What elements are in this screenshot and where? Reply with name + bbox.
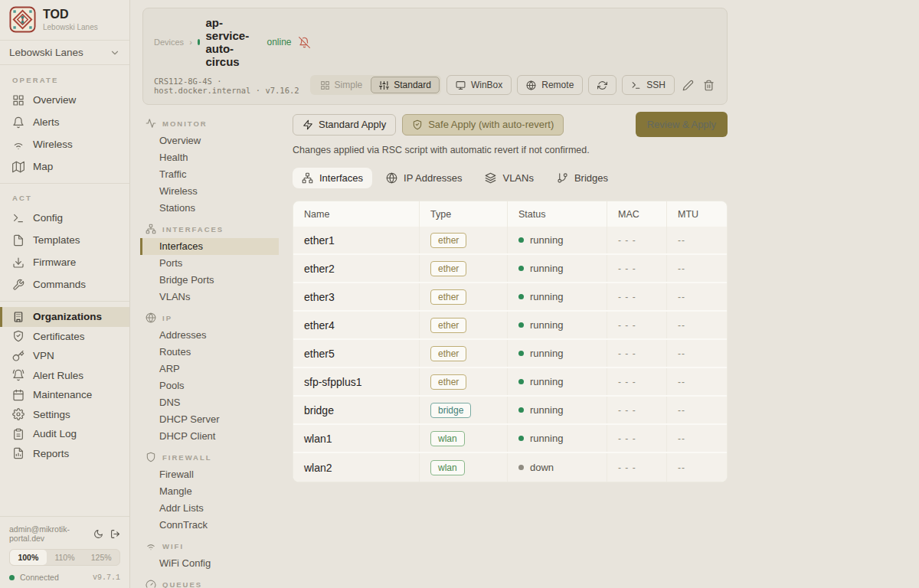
brand-logo-icon bbox=[9, 6, 36, 33]
refresh-button[interactable] bbox=[588, 75, 616, 95]
ui-zoom-control: 100% 110% 125% bbox=[9, 549, 120, 566]
subnav-item-dhcp-client[interactable]: DHCP Client bbox=[140, 428, 279, 445]
sidebar-item-commands[interactable]: Commands bbox=[0, 273, 129, 296]
tab-ip-addresses[interactable]: IP Addresses bbox=[377, 168, 471, 188]
zoom-125-button[interactable]: 125% bbox=[83, 550, 119, 565]
shield-check-icon bbox=[412, 119, 423, 130]
status-dot bbox=[518, 465, 524, 470]
apply-toolbar: Standard Apply Safe Apply (with auto-rev… bbox=[293, 112, 728, 137]
table-row-ether5[interactable]: ether5 ether running - - - -- bbox=[293, 340, 727, 368]
table-row-sfp-sfpplus1[interactable]: sfp-sfpplus1 ether running - - - -- bbox=[293, 368, 727, 397]
subnav-item-wireless[interactable]: Wireless bbox=[140, 183, 279, 200]
table-row-bridge[interactable]: bridge bridge running - - - -- bbox=[293, 397, 727, 425]
logout-icon[interactable] bbox=[110, 529, 120, 539]
subnav-item-addr-lists[interactable]: Addr Lists bbox=[140, 500, 279, 517]
sidebar-item-alerts[interactable]: Alerts bbox=[0, 111, 129, 133]
sidebar-item-firmware[interactable]: Firmware bbox=[0, 251, 129, 273]
nav-section-act: ACT bbox=[0, 189, 129, 207]
view-mode-standard[interactable]: Standard bbox=[371, 77, 440, 93]
network-icon bbox=[146, 224, 156, 234]
remote-button[interactable]: Remote bbox=[517, 75, 583, 95]
sidebar-item-config[interactable]: Config bbox=[0, 207, 129, 229]
device-subnav: MONITOR Overview Health Traffic Wireless… bbox=[130, 105, 293, 588]
terminal-icon bbox=[12, 212, 25, 224]
subnav-item-pools[interactable]: Pools bbox=[140, 377, 279, 394]
shield-icon bbox=[146, 452, 156, 462]
report-icon bbox=[12, 447, 25, 459]
subnav-section-queues: QUEUES bbox=[146, 579, 293, 588]
zoom-100-button[interactable]: 100% bbox=[10, 550, 47, 565]
status-dot bbox=[518, 237, 524, 243]
subnav-section-wifi: WIFI bbox=[146, 541, 293, 551]
table-row-ether2[interactable]: ether2 ether running - - - -- bbox=[293, 255, 727, 283]
device-header-card: Devices › ap-service-auto-circus online … bbox=[142, 8, 728, 105]
divider bbox=[0, 183, 129, 184]
sidebar-item-templates[interactable]: Templates bbox=[0, 229, 129, 251]
tab-vlans[interactable]: VLANs bbox=[476, 168, 542, 188]
zap-icon bbox=[303, 119, 313, 130]
safe-apply-button[interactable]: Safe Apply (with auto-revert) bbox=[402, 114, 564, 136]
standard-apply-button[interactable]: Standard Apply bbox=[293, 114, 396, 136]
subnav-item-arp[interactable]: ARP bbox=[140, 361, 279, 377]
zoom-110-button[interactable]: 110% bbox=[47, 550, 83, 565]
sidebar-item-reports[interactable]: Reports bbox=[0, 444, 129, 464]
wifi-icon bbox=[146, 541, 156, 551]
subnav-item-ports[interactable]: Ports bbox=[140, 255, 279, 272]
sidebar-item-audit-log[interactable]: Audit Log bbox=[0, 424, 129, 444]
table-row-wlan2[interactable]: wlan2 wlan down - - - -- bbox=[293, 453, 727, 482]
sidebar-item-alert-rules[interactable]: Alert Rules bbox=[0, 366, 129, 386]
account-email: admin@mikrotik-portal.dev bbox=[9, 524, 87, 543]
subnav-item-bridge-ports[interactable]: Bridge Ports bbox=[140, 272, 279, 289]
subnav-item-overview[interactable]: Overview bbox=[140, 132, 279, 149]
view-mode-simple[interactable]: Simple bbox=[312, 77, 371, 93]
subnav-item-routes[interactable]: Routes bbox=[140, 344, 279, 361]
subnav-item-traffic[interactable]: Traffic bbox=[140, 166, 279, 183]
shield-check-icon bbox=[12, 330, 25, 342]
subnav-item-wifi-config[interactable]: WiFi Config bbox=[140, 555, 279, 572]
tab-interfaces[interactable]: Interfaces bbox=[293, 168, 372, 188]
winbox-button[interactable]: WinBox bbox=[446, 75, 512, 95]
table-row-ether3[interactable]: ether3 ether running - - - -- bbox=[293, 283, 727, 312]
sidebar-item-vpn[interactable]: VPN bbox=[0, 346, 129, 366]
sidebar-item-organizations[interactable]: Organizations bbox=[0, 307, 129, 327]
bell-off-icon[interactable] bbox=[299, 37, 310, 48]
sidebar-item-maintenance[interactable]: Maintenance bbox=[0, 385, 129, 405]
file-icon bbox=[12, 234, 25, 247]
sidebar-item-wireless[interactable]: Wireless bbox=[0, 133, 129, 155]
sidebar-item-certificates[interactable]: Certificates bbox=[0, 327, 129, 347]
sidebar-item-overview[interactable]: Overview bbox=[0, 89, 129, 111]
subnav-item-mangle[interactable]: Mangle bbox=[140, 483, 279, 500]
type-badge: ether bbox=[430, 289, 466, 305]
review-apply-button[interactable]: Review & Apply bbox=[636, 112, 728, 137]
branch-icon bbox=[557, 172, 568, 184]
ssh-button[interactable]: SSH bbox=[622, 75, 675, 95]
wifi-icon bbox=[12, 139, 25, 151]
sidebar-item-settings[interactable]: Settings bbox=[0, 405, 129, 425]
subnav-section-monitor: MONITOR bbox=[146, 118, 293, 129]
subnav-item-firewall[interactable]: Firewall bbox=[140, 466, 279, 483]
subnav-item-conntrack[interactable]: ConnTrack bbox=[140, 517, 279, 534]
status-dot bbox=[518, 294, 524, 299]
tab-bridges[interactable]: Bridges bbox=[548, 168, 617, 188]
subnav-item-health[interactable]: Health bbox=[140, 149, 279, 166]
table-row-ether1[interactable]: ether1 ether running - - - -- bbox=[293, 227, 727, 255]
subnav-item-dhcp-server[interactable]: DHCP Server bbox=[140, 411, 279, 428]
breadcrumb-devices-link[interactable]: Devices bbox=[154, 38, 184, 47]
table-row-ether4[interactable]: ether4 ether running - - - -- bbox=[293, 312, 727, 340]
sidebar-item-map[interactable]: Map bbox=[0, 155, 129, 178]
org-selector[interactable]: Lebowski Lanes bbox=[0, 41, 129, 65]
workspace: Devices › ap-service-auto-circus online … bbox=[130, 0, 919, 588]
delete-device-button[interactable] bbox=[701, 75, 716, 95]
nav-section-operate: OPERATE bbox=[0, 71, 129, 89]
edit-device-button[interactable] bbox=[680, 75, 695, 95]
grid-icon bbox=[12, 94, 25, 106]
table-row-wlan1[interactable]: wlan1 wlan running - - - -- bbox=[293, 425, 727, 453]
moon-icon[interactable] bbox=[93, 529, 103, 539]
subnav-item-interfaces[interactable]: Interfaces bbox=[140, 238, 279, 255]
subnav-item-addresses[interactable]: Addresses bbox=[140, 327, 279, 344]
subnav-item-dns[interactable]: DNS bbox=[140, 394, 279, 411]
grid-icon bbox=[320, 80, 330, 90]
globe-icon bbox=[386, 172, 397, 184]
subnav-item-stations[interactable]: Stations bbox=[140, 200, 279, 217]
subnav-item-vlans[interactable]: VLANs bbox=[140, 289, 279, 305]
